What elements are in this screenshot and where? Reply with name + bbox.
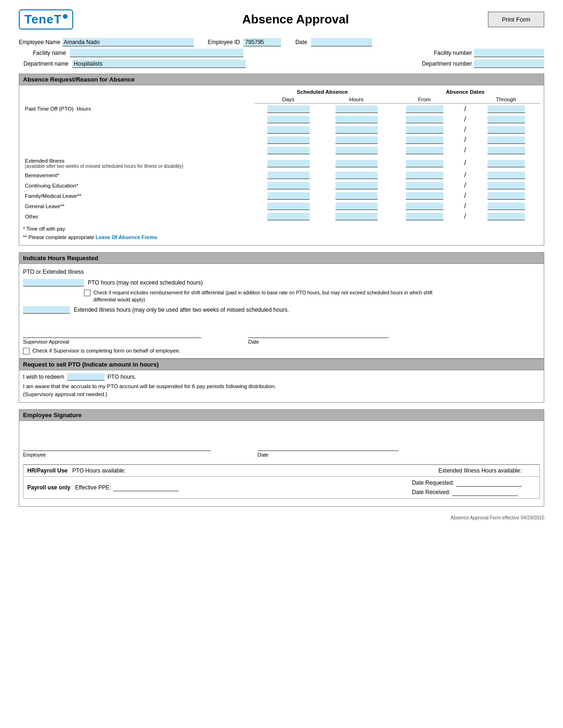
- pto-hours-2[interactable]: [335, 116, 378, 123]
- continuing-ed-days[interactable]: [267, 182, 310, 189]
- ei-days[interactable]: [267, 160, 310, 167]
- pto-through-3[interactable]: [487, 126, 525, 134]
- family-leave-row: Family/Medical Leave** /: [23, 190, 540, 201]
- employee-name-row: Employee Name Employee ID Date: [19, 38, 544, 46]
- continuing-ed-through[interactable]: [487, 182, 525, 189]
- note1: * Time off with pay: [23, 225, 540, 233]
- family-leave-days[interactable]: [267, 192, 310, 200]
- pto-from-4[interactable]: [406, 136, 443, 144]
- pto-days-2[interactable]: [267, 116, 310, 123]
- supervisor-check-checkbox[interactable]: [23, 348, 30, 354]
- pto-hours-text: PTO hours (may not exceed scheduled hour…: [88, 279, 203, 286]
- pto-available-label: PTO Hours available:: [72, 467, 126, 474]
- pto-hours-row: PTO hours (may not exceed scheduled hour…: [23, 279, 540, 286]
- shift-differential-checkbox[interactable]: [84, 290, 91, 296]
- effective-ppe-line: [113, 484, 179, 491]
- pto-through-5[interactable]: [487, 147, 525, 154]
- continuing-ed-hours[interactable]: [335, 182, 378, 189]
- bereavement-hours[interactable]: [335, 172, 378, 179]
- pto-days-1[interactable]: [267, 105, 310, 113]
- print-form-button[interactable]: Print Form: [488, 12, 544, 27]
- pto-from-1[interactable]: [406, 105, 443, 113]
- supervisor-sig-line: [23, 327, 201, 338]
- notes-row: * Time off with pay ** Please complete a…: [23, 225, 540, 241]
- family-leave-through[interactable]: [487, 192, 525, 200]
- effective-ppe-item: Effective PPE:: [75, 484, 178, 491]
- redeem-input[interactable]: [67, 373, 105, 381]
- bereavement-days[interactable]: [267, 172, 310, 179]
- employee-name-label: Employee Name: [19, 39, 61, 45]
- ei-from[interactable]: [406, 160, 443, 167]
- facility-number-input[interactable]: [474, 49, 544, 57]
- employee-sig-line: [23, 440, 211, 451]
- extended-illness-label: Extended Illness: [25, 158, 252, 164]
- sell-pto-header: Request to sell PTO (Indicate amount in …: [19, 359, 544, 370]
- emp-date-label: Date: [258, 452, 398, 458]
- other-through[interactable]: [487, 213, 525, 220]
- date-received-line: [452, 488, 518, 496]
- bereavement-from[interactable]: [406, 172, 443, 179]
- general-leave-through[interactable]: [487, 203, 525, 210]
- department-input[interactable]: [72, 60, 246, 68]
- note2: ** Please complete appropriate Leave Of …: [23, 233, 540, 242]
- ei-available-label: Extended Illness Hours available:: [439, 467, 522, 474]
- bereavement-through[interactable]: [487, 172, 525, 179]
- pto-row-1: Paid Time Off (PTO) Hours /: [23, 104, 540, 114]
- other-days[interactable]: [267, 213, 310, 220]
- pto-hours-input[interactable]: [23, 279, 84, 286]
- extended-illness-hours-input[interactable]: [23, 306, 70, 314]
- general-leave-hours[interactable]: [335, 203, 378, 210]
- pto-extended-illness-label: PTO or Extended Illness: [23, 269, 540, 275]
- general-leave-label: General Leave**: [23, 201, 254, 211]
- general-leave-from[interactable]: [406, 203, 443, 210]
- other-row: Other /: [23, 211, 540, 221]
- employee-id-input[interactable]: [243, 38, 281, 46]
- family-leave-hours[interactable]: [335, 192, 378, 200]
- facility-label: Facility name: [33, 50, 66, 56]
- date-requested-line: [456, 479, 522, 487]
- pto-days-4[interactable]: [267, 136, 310, 144]
- family-leave-from[interactable]: [406, 192, 443, 200]
- emp-date-line: [258, 440, 398, 451]
- pto-through-1[interactable]: [487, 105, 525, 113]
- pto-from-5[interactable]: [406, 147, 443, 154]
- pto-days-5[interactable]: [267, 147, 310, 154]
- date-input[interactable]: [311, 38, 372, 46]
- slash-fl: /: [458, 190, 472, 201]
- leave-forms-link[interactable]: Leave Of Absence Forms: [96, 234, 158, 240]
- general-leave-days[interactable]: [267, 203, 310, 210]
- pto-hours-4[interactable]: [335, 136, 378, 144]
- bereavement-label: Bereavement*: [23, 170, 254, 180]
- pto-from-3[interactable]: [406, 126, 443, 134]
- continuing-ed-label: Continuing Education*: [23, 180, 254, 190]
- extended-illness-sub: (available after two weeks of missed sch…: [25, 164, 252, 169]
- date-received-item: Date Received:: [412, 488, 522, 496]
- other-hours[interactable]: [335, 213, 378, 220]
- date-label: Date: [295, 39, 307, 45]
- redeem-row: I wish to redeem PTO hours.: [23, 373, 540, 381]
- logo-dot: [63, 14, 68, 19]
- continuing-ed-from[interactable]: [406, 182, 443, 189]
- footer: Absence Approval Form effective 04/29/20…: [19, 513, 544, 520]
- pto-hours-5[interactable]: [335, 147, 378, 154]
- aware-text: I am aware that the accruals to my PTO a…: [23, 383, 540, 399]
- emp-sig-body: Employee Date HR/Payroll Use PTO Hours a…: [19, 421, 544, 507]
- pto-from-2[interactable]: [406, 116, 443, 123]
- pto-through-2[interactable]: [487, 116, 525, 123]
- ei-through[interactable]: [487, 160, 525, 167]
- pto-hours-3[interactable]: [335, 126, 378, 134]
- redeem-pre: I wish to redeem: [23, 374, 64, 380]
- pto-hours-1[interactable]: [335, 105, 378, 113]
- supervisor-check-row: Check if Supervisor is completing form o…: [23, 347, 540, 354]
- facility-input[interactable]: [70, 49, 243, 57]
- continuing-ed-row: Continuing Education* /: [23, 180, 540, 190]
- employee-name-input[interactable]: [62, 38, 194, 46]
- department-number-input[interactable]: [474, 60, 544, 68]
- pto-through-4[interactable]: [487, 136, 525, 144]
- page-header: TeneT Absence Approval Print Form: [19, 9, 544, 30]
- other-from[interactable]: [406, 213, 443, 220]
- ei-hours[interactable]: [335, 160, 378, 167]
- general-leave-row: General Leave** /: [23, 201, 540, 211]
- pto-days-3[interactable]: [267, 126, 310, 134]
- logo-text: TeneT: [24, 12, 62, 27]
